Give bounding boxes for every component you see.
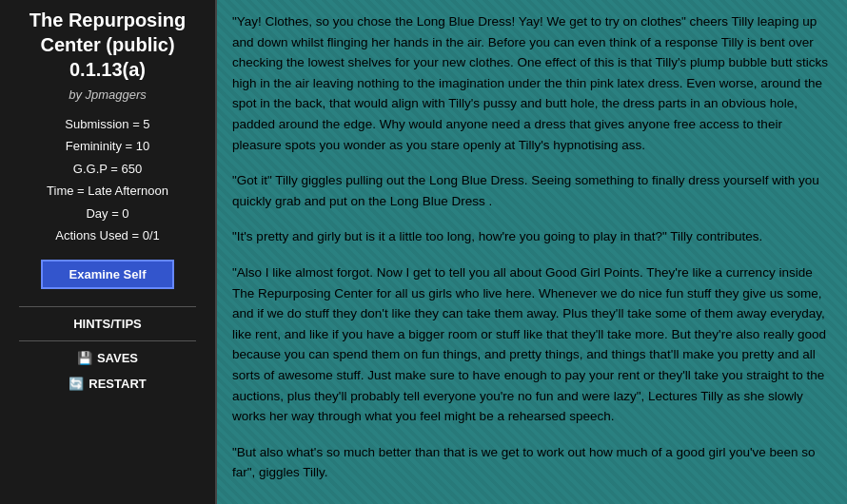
app-title: The Repurposing Center (public) 0.1.13(a… [10,8,206,82]
saves-icon: 💾 [77,351,92,365]
examine-self-button[interactable]: Examine Self [41,260,174,289]
divider-2 [19,340,195,341]
story-paragraph-0: "Yay! Clothes, so you chose the Long Blu… [232,11,832,155]
restart-icon: 🔄 [69,377,84,391]
hints-tips-button[interactable]: HINTS/TIPS [10,311,206,337]
story-text: "Yay! Clothes, so you chose the Long Blu… [232,11,832,483]
stats-panel: Submission = 5 Femininity = 10 G.G.P = 6… [47,113,168,246]
hints-tips-label: HINTS/TIPS [73,317,142,331]
divider-1 [19,306,195,307]
saves-label: SAVES [97,351,138,365]
restart-label: RESTART [89,377,146,391]
stat-day: Day = 0 [47,203,168,224]
saves-button[interactable]: 💾 SAVES [10,345,206,371]
stat-time: Time = Late Afternoon [47,180,168,202]
story-paragraph-4: "But also what's so much better than tha… [232,442,832,483]
stat-ggp: G.G.P = 650 [47,158,168,180]
author-label: by Jpmaggers [69,87,147,102]
stat-actions: Actions Used = 0/1 [47,224,168,246]
story-paragraph-3: "Also I like almost forgot. Now I get to… [232,262,832,427]
stat-submission: Submission = 5 [47,113,168,135]
stat-femininity: Femininity = 10 [47,135,168,157]
sidebar: The Repurposing Center (public) 0.1.13(a… [0,0,217,504]
main-content-area: "Yay! Clothes, so you chose the Long Blu… [217,0,847,504]
story-paragraph-2: "It's pretty and girly but is it a littl… [232,226,832,247]
restart-button[interactable]: 🔄 RESTART [10,371,206,397]
story-paragraph-1: "Got it" Tilly giggles pulling out the L… [232,170,832,211]
